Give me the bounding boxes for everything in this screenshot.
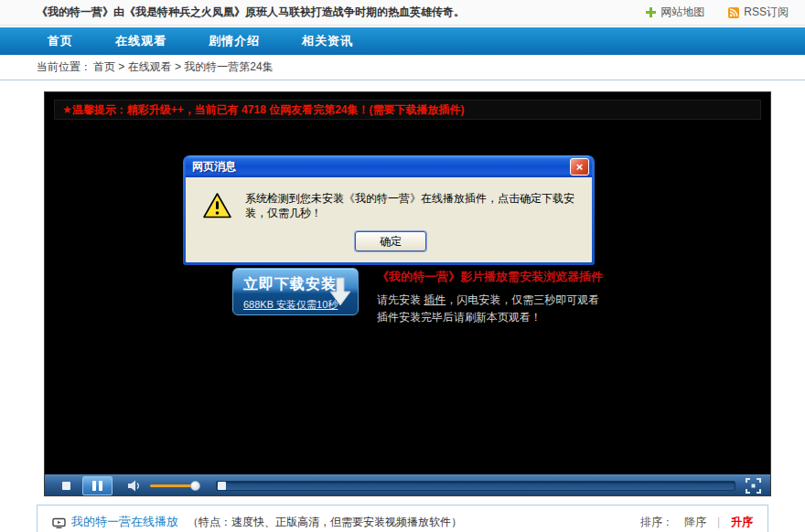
sort-ascending-link[interactable]: 升序 — [731, 515, 753, 530]
dialog-body: 系统检测到您未安装《我的特一营》在线播放插件，点击确定下载安装，仅需几秒！ 确定 — [186, 177, 592, 262]
online-play-link[interactable]: 我的特一营在线播放 — [71, 514, 178, 530]
download-headline: 《我的特一营》影片播放需安装浏览器插件 — [377, 269, 603, 285]
breadcrumb-bar: 当前位置： 首页 > 在线观看 > 我的特一营第24集 — [0, 55, 805, 80]
download-info: 《我的特一营》影片播放需安装浏览器插件 请先安装 插件，闪电安装，仅需三秒即可观… — [377, 268, 603, 326]
volume-icon[interactable] — [128, 480, 142, 492]
dialog-title: 网页消息 — [192, 159, 236, 175]
download-line1-pre: 请先安装 — [377, 293, 424, 306]
nav-item-watch-online[interactable]: 在线观看 — [115, 33, 166, 49]
online-play-note: （特点：速度快、正版高清，但需要安装视频播放软件） — [188, 515, 462, 530]
nav-item-plot-intro[interactable]: 剧情介绍 — [209, 33, 260, 49]
warning-icon — [202, 192, 232, 219]
pause-icon — [92, 481, 96, 491]
download-button-subtitle: 688KB 安装仅需10秒 — [243, 298, 327, 312]
breadcrumb-prefix: 当前位置： — [37, 59, 91, 75]
video-icon — [52, 516, 66, 528]
main-nav: 首页 在线观看 剧情介绍 相关资讯 — [0, 27, 805, 55]
nav-item-home[interactable]: 首页 — [48, 33, 73, 49]
download-arrow-icon — [329, 277, 351, 311]
video-player: ★温馨提示：精彩升级++，当前已有 4718 位网友看完第24集！(需要下载播放… — [44, 91, 771, 496]
sitemap-link[interactable]: 网站地图 — [646, 5, 704, 20]
rss-link[interactable]: RSS订阅 — [728, 5, 789, 20]
plugin-link[interactable]: 插件 — [424, 293, 445, 306]
top-bar: 《我的特一营》由《我是特种兵之火凤凰》原班人马联袂打造战争时期的热血英雄传奇。 … — [0, 0, 805, 26]
dialog-title-bar[interactable]: 网页消息 × — [186, 155, 592, 177]
download-line1: 请先安装 插件，闪电安装，仅需三秒即可观看 — [377, 292, 603, 309]
episode-list-header: 我的特一营在线播放 （特点：速度快、正版高清，但需要安装视频播放软件） 排序： … — [37, 505, 768, 532]
download-section: 立即下载安装 688KB 安装仅需10秒 《我的特一营》影片播放需安装浏览器插件… — [232, 268, 603, 326]
download-line2: 插件安装完毕后请刷新本页观看！ — [377, 309, 603, 326]
player-notice-text: ★温馨提示：精彩升级++，当前已有 4718 位网友看完第24集！(需要下载播放… — [62, 102, 464, 118]
player-control-bar — [45, 474, 770, 495]
stop-icon — [62, 482, 70, 490]
top-links: 网站地图 RSS订阅 — [646, 5, 789, 20]
volume-handle[interactable] — [190, 481, 200, 491]
dialog-message: 系统检测到您未安装《我的特一营》在线播放插件，点击确定下载安装，仅需几秒！ — [245, 191, 579, 220]
sort-descending-link[interactable]: 降序 — [684, 515, 706, 530]
ok-button[interactable]: 确定 — [355, 231, 426, 251]
sort-label: 排序： — [640, 515, 673, 530]
sitemap-plus-icon — [646, 7, 656, 17]
download-install-button[interactable]: 立即下载安装 688KB 安装仅需10秒 — [232, 268, 359, 315]
rss-label: RSS订阅 — [744, 5, 789, 20]
site-tagline: 《我的特一营》由《我是特种兵之火凤凰》原班人马联袂打造战争时期的热血英雄传奇。 — [37, 5, 465, 20]
sort-controls: 排序： 降序 | 升序 — [640, 515, 753, 530]
stop-button[interactable] — [54, 478, 78, 494]
volume-slider[interactable] — [150, 484, 198, 487]
rss-icon — [728, 7, 739, 18]
seek-bar-wrap — [216, 480, 735, 492]
dialog-close-button[interactable]: × — [570, 158, 589, 176]
pause-icon-bar2 — [99, 481, 102, 491]
dialog-message-row: 系统检测到您未安装《我的特一营》在线播放插件，点击确定下载安装，仅需几秒！ — [202, 191, 579, 220]
sitemap-label: 网站地图 — [660, 5, 704, 20]
page: 《我的特一营》由《我是特种兵之火凤凰》原班人马联袂打造战争时期的热血英雄传奇。 … — [0, 0, 805, 532]
sort-separator: | — [717, 516, 720, 528]
pause-button[interactable] — [82, 476, 113, 495]
download-line1-post: ，闪电安装，仅需三秒即可观看 — [445, 293, 599, 306]
seek-handle[interactable] — [218, 482, 226, 490]
breadcrumb[interactable]: 首页 > 在线观看 > 我的特一营第24集 — [93, 59, 274, 75]
nav-item-related-news[interactable]: 相关资讯 — [302, 33, 353, 49]
fullscreen-button[interactable] — [746, 478, 761, 494]
download-button-title: 立即下载安装 — [243, 275, 327, 294]
dialog-button-row: 确定 — [202, 231, 579, 251]
webpage-message-dialog: 网页消息 × 系统检测到您未安装《我的特一营》在线播放插件，点击确定下载安装，仅… — [183, 155, 595, 265]
seek-bar[interactable] — [216, 481, 735, 491]
player-notice-bar: ★温馨提示：精彩升级++，当前已有 4718 位网友看完第24集！(需要下载播放… — [54, 100, 761, 120]
